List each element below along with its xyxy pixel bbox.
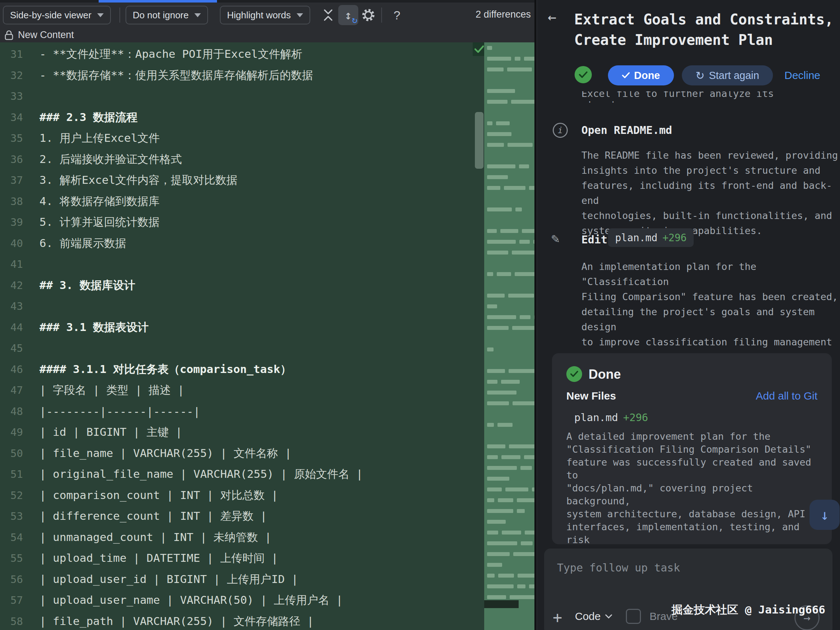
help-icon: ? xyxy=(393,8,400,22)
check-icon xyxy=(474,44,485,54)
new-content-label: New Content xyxy=(18,29,74,41)
done-button[interactable]: Done xyxy=(608,65,674,85)
sync-scroll-button[interactable]: ↕ ↻ xyxy=(338,5,358,25)
task-success-badge xyxy=(575,66,592,83)
done-status: Done xyxy=(589,367,621,382)
diff-toolbar: Side-by-side viewer Do not ignore Highli… xyxy=(0,3,534,28)
done-summary-card: Done New Files Add all to Git plan.md +2… xyxy=(552,353,832,544)
lines-added-badge: +296 xyxy=(662,232,687,244)
check-icon xyxy=(570,370,578,378)
restart-icon: ↻ xyxy=(695,69,704,82)
code-line: 32- **数据存储**：使用关系型数据库存储解析后的数据 xyxy=(0,65,472,86)
back-arrow-icon: ← xyxy=(548,9,556,25)
attach-button[interactable]: + xyxy=(553,608,562,627)
back-button[interactable]: ← xyxy=(548,9,556,25)
start-again-label: Start again xyxy=(709,70,759,81)
settings-button[interactable] xyxy=(358,5,378,25)
refresh-icon: ↻ xyxy=(352,14,358,25)
viewer-mode-dropdown[interactable]: Side-by-side viewer xyxy=(3,6,111,24)
info-icon: i xyxy=(553,123,568,138)
viewer-mode-label: Side-by-side viewer xyxy=(10,10,92,21)
done-badge xyxy=(566,366,582,382)
toolbar-divider xyxy=(381,8,382,23)
arrow-down-icon: ↓ xyxy=(820,507,829,523)
followup-placeholder: Type follow up task xyxy=(557,562,680,574)
code-line: 46#### 3.1.1 对比任务表（comparison_task） xyxy=(0,359,472,380)
help-button[interactable]: ? xyxy=(387,5,407,25)
code-line: 58| file_path | VARCHAR(255) | 文件存储路径 | xyxy=(0,611,472,630)
scrollbar-thumb[interactable] xyxy=(475,112,483,169)
lock-icon xyxy=(4,30,14,41)
plus-icon: + xyxy=(553,608,562,627)
code-line: 50| file_name | VARCHAR(255) | 文件名称 | xyxy=(0,443,472,464)
decline-label: Decline xyxy=(785,69,820,81)
add-all-to-git-link[interactable]: Add all to Git xyxy=(756,390,817,402)
code-editor: 31- **文件处理**：Apache POI用于Excel文件解析32- **… xyxy=(0,42,534,630)
code-line: 351. 用户上传Excel文件 xyxy=(0,128,472,149)
clipped-scrolled-text: Excel file to further analyze its struct… xyxy=(581,91,832,103)
collapse-unchanged-button[interactable] xyxy=(318,5,338,25)
code-line: 56| upload_user_id | BIGINT | 上传用户ID | xyxy=(0,569,472,590)
code-line: 31- **文件处理**：Apache POI用于Excel文件解析 xyxy=(0,44,472,65)
chevron-down-icon xyxy=(297,13,303,17)
ignore-mode-dropdown[interactable]: Do not ignore xyxy=(126,6,208,24)
code-line: 33 xyxy=(0,86,472,107)
code-line: 41 xyxy=(0,254,472,275)
code-line: 51| original_file_name | VARCHAR(255) | … xyxy=(0,464,472,485)
code-line: 55| upload_time | DATETIME | 上传时间 | xyxy=(0,548,472,569)
code-line: 362. 后端接收并验证文件格式 xyxy=(0,149,472,170)
pencil-icon: ✎ xyxy=(551,231,559,246)
code-line: 42## 3. 数据库设计 xyxy=(0,275,472,296)
toolbar-divider xyxy=(120,8,120,23)
new-file-row[interactable]: plan.md +296 xyxy=(574,412,648,424)
code-line: 384. 将数据存储到数据库 xyxy=(0,191,472,212)
gear-icon xyxy=(361,8,376,23)
decline-button[interactable]: Decline xyxy=(785,65,820,85)
code-line: 34### 2.3 数据流程 xyxy=(0,107,472,128)
start-again-button[interactable]: ↻ Start again xyxy=(682,65,773,85)
chevron-down-icon xyxy=(605,614,612,619)
sync-scroll-icon: ↕ xyxy=(344,8,352,22)
lines-added-badge: +296 xyxy=(623,412,648,424)
change-applied-marker xyxy=(473,42,485,56)
editor-scroll-gutter xyxy=(472,42,484,630)
new-files-label: New Files xyxy=(566,390,616,402)
code-line: 52| comparison_count | INT | 对比总数 | xyxy=(0,485,472,506)
mode-dropdown[interactable]: Code xyxy=(575,610,612,622)
diff-viewer-panel: Side-by-side viewer Do not ignore Highli… xyxy=(0,0,534,630)
step-readme-title: Open README.md xyxy=(581,124,672,136)
watermark-text: 掘金技术社区 @ Jaising666 xyxy=(671,602,825,617)
check-icon xyxy=(622,72,630,79)
minimap-changed-band xyxy=(484,600,519,608)
active-tab-indicator xyxy=(99,0,217,3)
code-lines: 31- **文件处理**：Apache POI用于Excel文件解析32- **… xyxy=(0,44,472,630)
code-line: 373. 解析Excel文件内容，提取对比数据 xyxy=(0,170,472,191)
app-window: Side-by-side viewer Do not ignore Highli… xyxy=(0,0,840,630)
code-line: 49| id | BIGINT | 主键 | xyxy=(0,422,472,443)
code-line: 406. 前端展示数据 xyxy=(0,233,472,254)
highlight-mode-label: Highlight words xyxy=(227,10,291,21)
edited-file-chip[interactable]: plan.md +296 xyxy=(608,228,694,247)
brave-checkbox[interactable] xyxy=(626,609,641,624)
new-content-bar: New Content xyxy=(0,28,534,42)
check-icon xyxy=(578,71,588,79)
task-title: Extract Goals and Constraints, Create Im… xyxy=(574,9,834,50)
followup-input-box[interactable]: Type follow up task + Code Brave → xyxy=(544,549,832,630)
minimap[interactable] xyxy=(484,42,534,630)
code-line: 47| 字段名 | 类型 | 描述 | xyxy=(0,380,472,401)
difference-count: 2 differences xyxy=(475,9,531,20)
code-line: 48|--------|------|------| xyxy=(0,401,472,422)
done-label: Done xyxy=(634,70,660,81)
highlight-mode-dropdown[interactable]: Highlight words xyxy=(220,6,310,24)
scroll-to-bottom-button[interactable]: ↓ xyxy=(810,500,840,530)
code-line: 395. 计算并返回统计数据 xyxy=(0,212,472,233)
window-top-strip xyxy=(0,0,534,3)
ai-task-panel: ← Extract Goals and Constraints, Create … xyxy=(537,0,840,630)
code-line: 44### 3.1 数据表设计 xyxy=(0,317,472,338)
code-line: 43 xyxy=(0,296,472,317)
file-name: plan.md xyxy=(574,412,618,424)
file-name: plan.md xyxy=(615,232,657,244)
code-line: 53| difference_count | INT | 差异数 | xyxy=(0,506,472,527)
code-line: 45 xyxy=(0,338,472,359)
code-line: 54| unmanaged_count | INT | 未纳管数 | xyxy=(0,527,472,548)
